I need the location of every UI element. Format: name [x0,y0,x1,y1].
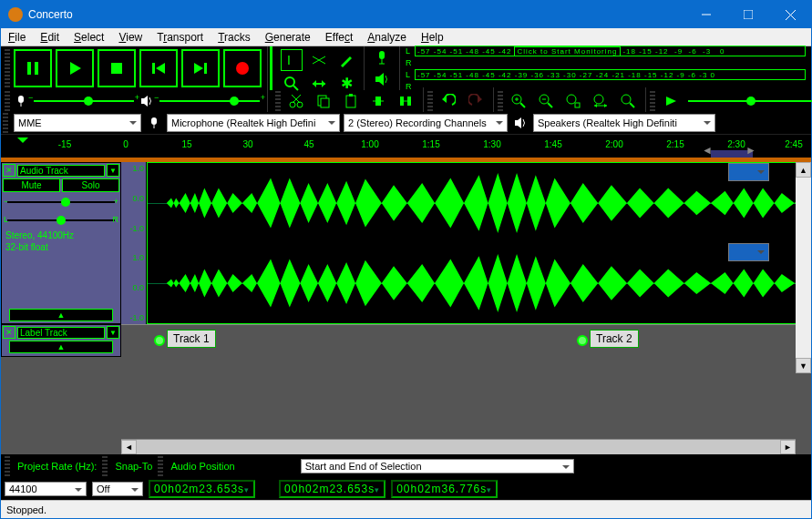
menu-generate[interactable]: Generate [258,29,318,46]
stop-button[interactable] [98,49,136,87]
tracks-area: ✕ Audio Track ▼ Mute Solo −+ LR Stereo, … [1,162,811,454]
titlebar: Concerto [1,1,811,28]
timeline-ruler[interactable]: -15 0 15 30 45 1:00 1:15 1:30 1:45 2:00 … [1,134,811,158]
draw-tool-icon[interactable] [335,49,357,71]
record-meter[interactable]: -57 -54 -51 -48 -45 -42Click to Start Mo… [415,46,806,56]
selection-start-display[interactable]: 00h02m23.653s▾ [279,480,385,498]
minimize-button[interactable] [685,1,727,28]
menu-edit[interactable]: Edit [33,29,67,46]
scroll-left-icon[interactable]: ◄ [121,440,137,454]
menu-effect[interactable]: Effect [318,29,360,46]
silence-icon[interactable] [395,90,416,112]
menu-select[interactable]: Select [67,29,111,46]
mic-meter-icon[interactable] [371,47,393,67]
label-lane[interactable]: Track 1 Track 2 [121,324,811,357]
status-text: Stopped. [6,504,46,515]
playhead-icon[interactable] [17,137,28,148]
selection-mode-select[interactable]: Start and End of Selection [301,459,574,473]
menu-analyze[interactable]: Analyze [360,29,414,46]
waveform-left[interactable] [148,163,810,243]
svg-rect-34 [349,94,353,97]
play-speed-slider[interactable] [688,95,812,107]
svg-rect-24 [18,96,24,103]
zoom-in-icon[interactable] [508,90,529,112]
skip-end-button[interactable] [181,49,220,87]
track-collapse-button[interactable]: ▲ [9,309,113,321]
redo-icon[interactable] [465,90,487,112]
zoom-toggle-icon[interactable] [617,90,639,112]
copy-icon[interactable] [313,90,334,112]
label-track-collapse-button[interactable]: ▲ [9,341,113,353]
label-pin-2[interactable] [577,335,588,346]
trim-icon[interactable] [367,90,389,112]
playback-volume-slider[interactable]: −+ [159,95,260,107]
menu-view[interactable]: View [111,29,149,46]
mic-device-icon [145,117,163,129]
selection-end-display[interactable]: 00h02m36.776s▾ [391,480,498,498]
menu-tracks[interactable]: Tracks [211,29,258,46]
menu-file[interactable]: File [1,29,33,46]
label-track-close-button[interactable]: ✕ [3,326,15,339]
svg-marker-42 [478,96,482,103]
project-rate-label: Project Rate (Hz): [17,461,97,472]
paste-icon[interactable] [340,90,362,112]
mute-button[interactable]: Mute [3,178,60,192]
pause-button[interactable] [14,49,52,87]
envelope-tool-icon[interactable] [308,49,330,71]
play-button[interactable] [56,49,94,87]
waveform-right[interactable] [148,243,810,323]
scroll-down-icon[interactable]: ▼ [796,358,811,373]
svg-rect-1 [744,10,753,19]
label-track-name[interactable]: Label Track [17,327,105,339]
cut-icon[interactable] [285,90,307,112]
svg-marker-23 [375,73,384,86]
audio-position-display[interactable]: 00h02m23.653s▾ [149,480,255,498]
zoom-out-icon[interactable] [535,90,557,112]
gain-slider[interactable]: −+ [7,194,115,210]
menu-transport[interactable]: Transport [149,29,211,46]
vertical-scrollbar[interactable]: ▲ ▼ [796,162,811,373]
label-track-menu-button[interactable]: ▼ [107,326,119,339]
close-button[interactable] [769,1,811,28]
output-device-select[interactable]: Speakers (Realtek High Definiti [533,114,715,132]
svg-rect-8 [152,63,155,74]
svg-rect-11 [204,63,207,74]
track-close-button[interactable]: ✕ [3,164,15,177]
label-1[interactable]: Track 1 [167,330,216,348]
project-rate-select[interactable]: 44100 [5,482,87,496]
svg-marker-54 [594,104,597,107]
track-menu-button[interactable]: ▼ [107,164,119,177]
svg-rect-59 [151,117,157,125]
record-volume-slider[interactable]: −+ [34,95,134,107]
snap-to-select[interactable]: Off [92,482,143,496]
pan-slider[interactable]: LR [7,212,115,229]
scroll-up-icon[interactable]: ▲ [796,162,811,178]
label-2[interactable]: Track 2 [590,330,639,348]
audio-host-select[interactable]: MME [14,114,141,132]
track-name[interactable]: Audio Track [17,165,105,177]
undo-icon[interactable] [437,90,459,112]
svg-point-52 [594,95,603,104]
input-device-select[interactable]: Microphone (Realtek High Defini [167,114,340,132]
label-pin-1[interactable] [154,335,165,346]
solo-button[interactable]: Solo [62,178,119,192]
scroll-right-icon[interactable]: ► [780,440,796,454]
play-speed-icon[interactable] [660,90,682,112]
speaker-meter-icon[interactable] [371,69,393,89]
meter-icons [365,46,400,90]
menu-help[interactable]: Help [414,29,451,46]
svg-rect-7 [111,63,122,74]
svg-marker-17 [313,80,316,87]
status-bar: Stopped. [1,500,811,518]
fit-selection-icon[interactable] [562,90,584,112]
selection-tool-icon[interactable]: I [281,49,303,71]
record-button[interactable] [223,49,262,87]
maximize-button[interactable] [727,1,769,28]
audio-track-panel: ✕ Audio Track ▼ Mute Solo −+ LR Stereo, … [1,162,121,324]
horizontal-scrollbar[interactable]: ◄ ► [121,439,796,454]
playback-meter[interactable]: -57 -54 -51 -48 -45 -42 -39 -36 -33 -30 … [415,69,806,80]
fit-project-icon[interactable] [590,90,612,112]
channels-select[interactable]: 2 (Stereo) Recording Channels [344,114,508,132]
svg-line-57 [630,103,634,107]
skip-start-button[interactable] [139,49,178,87]
